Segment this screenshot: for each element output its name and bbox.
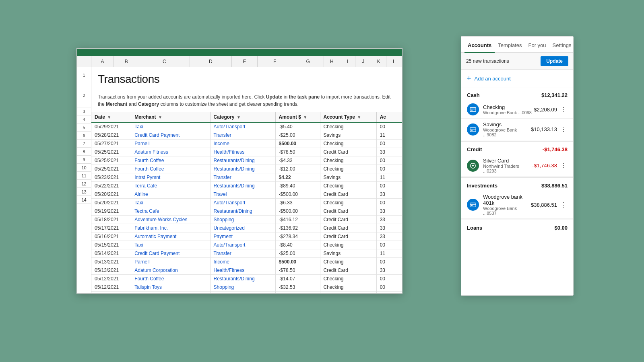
401k-more-button[interactable]: ⋮	[559, 201, 568, 209]
table-row: 05/27/2021 Parnell Income $500.00 Checki…	[91, 140, 402, 148]
cell-category[interactable]: Shopping	[210, 283, 275, 292]
excel-header	[77, 49, 402, 56]
add-account-row[interactable]: + Add an account	[461, 70, 573, 88]
cell-amount: -$416.12	[275, 216, 320, 224]
col-header-date[interactable]: Date ▼	[91, 112, 131, 122]
cell-merchant[interactable]: Adventure Works Cycles	[131, 216, 210, 224]
accounts-scroll[interactable]: Cash $12,341.22 Checking Woodgrove Bank …	[461, 88, 573, 295]
cell-ac: 33	[376, 148, 402, 156]
cell-merchant[interactable]: Terra Cafe	[131, 182, 210, 190]
col-header-account-type[interactable]: Account Type ▼	[320, 112, 376, 122]
cell-merchant[interactable]: Adatum Corporation	[131, 266, 210, 275]
tab-settings[interactable]: Settings	[549, 37, 574, 52]
sheet-content: Transactions Transactions from your adde…	[91, 67, 402, 294]
cell-account-type: Checking	[320, 156, 376, 165]
cell-category[interactable]: Income	[210, 258, 275, 266]
cell-category[interactable]: Restaurants/Dining	[210, 156, 275, 165]
cell-account-type: Checking	[320, 122, 376, 131]
update-button[interactable]: Update	[541, 56, 568, 66]
col-header-ac[interactable]: Ac	[376, 112, 402, 122]
task-pane: Accounts Templates For you Settings 25 n…	[461, 36, 574, 296]
cell-category[interactable]: Restaurants/Dining	[210, 182, 275, 190]
cell-ac: 00	[376, 283, 402, 292]
account-group-loans: Loans $0.00	[461, 221, 573, 233]
cell-category[interactable]: Health/Fitness	[210, 266, 275, 275]
sheet-title: Transactions	[98, 73, 396, 86]
cell-ac: 00	[376, 275, 402, 283]
cell-merchant[interactable]: Fabrikham, Inc.	[131, 224, 210, 232]
amount-filter-btn[interactable]: ▼	[303, 115, 307, 119]
tab-accounts[interactable]: Accounts	[464, 37, 495, 52]
cell-merchant[interactable]: Taxi	[131, 241, 210, 249]
spreadsheet: A B C D E F G H I J K L 1 2 3 4 5 6 7 8 …	[76, 48, 402, 294]
cell-merchant[interactable]: Parnell	[131, 258, 210, 266]
cell-merchant[interactable]: Fourth Coffee	[131, 165, 210, 173]
silver-card-more-button[interactable]: ⋮	[559, 162, 568, 169]
cell-date: 05/29/2021	[91, 122, 131, 131]
cell-date: 05/12/2021	[91, 283, 131, 292]
cell-category[interactable]: Travel	[210, 190, 275, 199]
cell-category[interactable]: Restaurant/Dining	[210, 207, 275, 216]
cell-category[interactable]: Transfer	[210, 173, 275, 182]
col-header-category[interactable]: Category ▼	[210, 112, 275, 122]
cell-merchant[interactable]: Credit Card Payment	[131, 131, 210, 140]
cell-category[interactable]: Income	[210, 140, 275, 148]
savings-sub: Woodgrove Bank ...9082	[483, 128, 531, 137]
cash-group-header: Cash $12,341.22	[461, 88, 573, 101]
cell-merchant[interactable]: Fourth Coffee	[131, 156, 210, 165]
cell-category[interactable]: Uncategorized	[210, 224, 275, 232]
date-filter-btn[interactable]: ▼	[107, 115, 111, 119]
investments-group-name: Investments	[467, 183, 497, 189]
cell-ac: 33	[376, 232, 402, 241]
savings-more-button[interactable]: ⋮	[559, 125, 568, 133]
cell-amount: -$25.00	[275, 249, 320, 258]
cell-account-type: Checking	[320, 241, 376, 249]
cell-merchant[interactable]: Intrst Pymnt	[131, 173, 210, 182]
cell-merchant[interactable]: Taxi	[131, 122, 210, 131]
account-type-filter-btn[interactable]: ▼	[357, 115, 361, 119]
table-row: 05/17/2021 Fabrikham, Inc. Uncategorized…	[91, 224, 402, 232]
table-row: 05/18/2021 Adventure Works Cycles Shoppi…	[91, 216, 402, 224]
401k-icon	[467, 199, 479, 211]
cell-category[interactable]: Transfer	[210, 131, 275, 140]
cell-category[interactable]: Transfer	[210, 292, 275, 294]
cell-merchant[interactable]: Automatic Payment	[131, 232, 210, 241]
cell-category[interactable]: Auto/Transport	[210, 199, 275, 207]
cell-merchant[interactable]: Parnell	[131, 140, 210, 148]
cell-amount: -$25.00	[275, 131, 320, 140]
loans-group-total: $0.00	[554, 225, 568, 231]
cell-category[interactable]: Health/Fitness	[210, 148, 275, 156]
cell-merchant[interactable]: Tectra Cafe	[131, 207, 210, 216]
cell-category[interactable]: Auto/Transport	[210, 241, 275, 249]
cell-merchant[interactable]: Fourth Coffee	[131, 275, 210, 283]
cell-category[interactable]: Shopping	[210, 216, 275, 224]
tab-foryou[interactable]: For you	[525, 37, 549, 52]
cell-category[interactable]: Auto/Transport	[210, 122, 275, 131]
cell-merchant[interactable]: Adatum Fitness	[131, 148, 210, 156]
cell-merchant[interactable]: Credit Card Payment	[131, 249, 210, 258]
tab-templates[interactable]: Templates	[495, 37, 525, 52]
tab-bar: Accounts Templates For you Settings	[461, 37, 573, 53]
svg-rect-3	[470, 128, 476, 132]
svg-rect-0	[470, 108, 476, 112]
cell-merchant[interactable]: Taxi	[131, 199, 210, 207]
add-icon: +	[467, 74, 471, 83]
cell-category[interactable]: Transfer	[210, 249, 275, 258]
cell-category[interactable]: Payment	[210, 232, 275, 241]
checking-more-button[interactable]: ⋮	[559, 106, 568, 113]
merchant-filter-btn[interactable]: ▼	[158, 115, 162, 119]
credit-group-header: Credit -$1,746.38	[461, 142, 573, 155]
cell-merchant[interactable]: Airline	[131, 190, 210, 199]
cell-category[interactable]: Restaurants/Dining	[210, 275, 275, 283]
cell-ac: 00	[376, 156, 402, 165]
cell-merchant[interactable]: Tailspin Toys	[131, 283, 210, 292]
description-area: Transactions from your added accounts ar…	[91, 89, 402, 112]
checking-sub: Woodgrove Bank ...0098	[483, 110, 534, 115]
col-header-merchant[interactable]: Merchant ▼	[131, 112, 210, 122]
col-header-amount[interactable]: Amount $ ▼	[275, 112, 320, 122]
cell-category[interactable]: Restaurants/Dining	[210, 165, 275, 173]
cell-date: 05/23/2021	[91, 173, 131, 182]
row-2: 2	[77, 83, 91, 107]
category-filter-btn[interactable]: ▼	[237, 115, 241, 119]
cell-merchant[interactable]: Intrst Pymnt	[131, 292, 210, 294]
